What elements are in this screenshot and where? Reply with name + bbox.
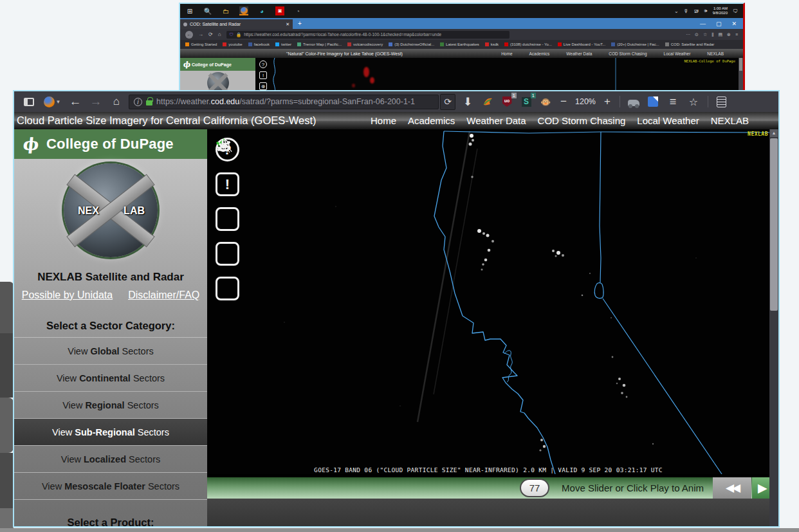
bg-map-toolbar[interactable]: ? ! ⊕ xyxy=(259,60,267,90)
globe-icon[interactable] xyxy=(216,207,239,231)
bookmark-star-icon[interactable]: ☆ xyxy=(703,32,707,37)
extension-icon[interactable]: ⊛ xyxy=(727,32,731,37)
bookmark-item[interactable]: COD: Satellite and Radar xyxy=(665,42,715,46)
alert-icon[interactable]: ! xyxy=(216,172,239,196)
extension-car-icon[interactable] xyxy=(626,94,641,109)
close-icon[interactable]: ✕ xyxy=(731,21,737,27)
forward-icon[interactable]: → xyxy=(198,32,203,37)
menu-icon[interactable]: ≡ xyxy=(665,93,681,110)
bookmark-star-icon[interactable]: ☆ xyxy=(685,93,702,110)
scrollbar-thumb[interactable] xyxy=(770,138,778,311)
nav-weather-data[interactable]: Weather Data xyxy=(566,51,592,56)
sector-localized-button[interactable]: View Localized Sectors xyxy=(14,446,207,473)
search-icon[interactable]: 🔍 xyxy=(203,6,212,15)
bookmark-item[interactable]: (3108) dutchsinse - Yo... xyxy=(504,42,552,46)
satellite-toggle-icon[interactable] xyxy=(216,242,239,266)
sidebar-icon[interactable]: ▤ xyxy=(718,32,722,37)
help-icon[interactable]: ? xyxy=(259,60,267,68)
taskbar-clock[interactable]: 1:00 AM 9/8/2020 xyxy=(713,6,728,15)
nav-weather-data[interactable]: Weather Data xyxy=(466,115,526,126)
app-icon[interactable]: ◔ xyxy=(293,6,302,15)
bookmark-item[interactable]: ksdk xyxy=(485,42,499,46)
pocket-icon[interactable]: ⊙ xyxy=(695,32,699,37)
forward-button[interactable]: → xyxy=(87,93,104,110)
sector-global-button[interactable]: View Global Sectors xyxy=(14,338,207,365)
bookmark-item[interactable]: Getting Started xyxy=(185,42,217,46)
bookmark-item[interactable]: youtube xyxy=(223,42,242,46)
bookmark-item[interactable]: Live Dashboard - YouT... xyxy=(558,42,605,46)
session-restore-button[interactable]: ▼ xyxy=(41,93,63,110)
notification-icon[interactable]: 🗨 xyxy=(733,8,738,14)
nav-home[interactable]: Home xyxy=(501,51,512,56)
alert-icon[interactable]: ! xyxy=(259,71,267,79)
bookmark-item[interactable]: (20+) Dutchsinse | Fac... xyxy=(611,42,659,46)
bg-url-bar[interactable]: 🛡 🔒 https://weather.cod.edu/satrad/?parm… xyxy=(226,31,510,39)
s-extension-icon[interactable]: S1 xyxy=(519,94,534,109)
sector-continental-button[interactable]: View Continental Sectors xyxy=(14,365,207,392)
sector-mesoscale-floater-button[interactable]: View Mesoscale Floater Sectors xyxy=(14,473,207,500)
maximize-icon[interactable]: ▢ xyxy=(716,21,722,27)
dragon-extension-icon[interactable] xyxy=(480,94,495,109)
nav-cod-storm-chasing[interactable]: COD Storm Chasing xyxy=(609,51,647,56)
rewind-button[interactable]: ◀◀ xyxy=(713,477,751,499)
zoom-level[interactable]: 120% xyxy=(574,97,597,106)
url-bar[interactable]: i https://weather.cod.edu/satrad/?parms=… xyxy=(129,95,439,109)
shield-icon[interactable]: 🛡 xyxy=(230,32,234,37)
url-text[interactable]: https://weather.cod.edu/satrad/?parms=su… xyxy=(156,97,415,106)
overflow-icon[interactable]: ⋯ xyxy=(686,32,690,37)
slider-handle[interactable]: 77 xyxy=(520,479,549,497)
bg-satellite-map[interactable]: ? ! ⊕ NEXLAB-College of DuPage xyxy=(255,58,743,92)
link-possible-by-unidata[interactable]: Possible by Unidata xyxy=(22,289,113,301)
animation-slider-bar[interactable]: Move Slider or Click Play to Anim 77 ◀◀ … xyxy=(207,477,769,499)
site-info-icon[interactable]: i xyxy=(134,98,142,106)
play-button[interactable]: ▶ xyxy=(752,477,769,499)
menu-icon[interactable]: ≡ xyxy=(735,32,738,37)
nav-home[interactable]: Home xyxy=(371,115,396,126)
background-browser-window[interactable]: ⊞ 🔍 🗀 ◕ ▣ ◔ ⌄ 🎙 🖳 🕪 1:00 AM 9/8/2020 🗨 xyxy=(179,3,745,92)
bookmark-item[interactable]: twitter xyxy=(275,42,291,46)
scroll-up-icon[interactable]: ▲ xyxy=(770,129,778,137)
file-explorer-icon[interactable]: 🗀 xyxy=(221,6,230,15)
link-disclaimer-faq[interactable]: Disclaimer/FAQ xyxy=(128,289,199,301)
minimize-icon[interactable]: — xyxy=(700,21,706,27)
bookmark-item[interactable]: Latest Earthquakes xyxy=(440,42,479,46)
bookmark-item[interactable]: Tremor Map | Pacific... xyxy=(297,42,342,46)
satellite-map[interactable]: ? ! NEXLAB GOES-17 BAND 06 ("CLOUD xyxy=(207,129,769,474)
edge-icon[interactable]: ◕ xyxy=(257,6,266,15)
downloads-button[interactable]: ⬇ xyxy=(459,93,476,110)
page-scrollbar[interactable]: ▲ xyxy=(769,129,778,526)
windows-taskbar[interactable]: ⊞ 🔍 🗀 ◕ ▣ ◔ ⌄ 🎙 🖳 🕪 1:00 AM 9/8/2020 🗨 xyxy=(180,4,743,18)
reload-button[interactable]: ⟳ xyxy=(440,94,455,110)
new-tab-icon[interactable]: + xyxy=(293,20,302,27)
tab-close-icon[interactable]: ✕ xyxy=(286,22,289,27)
home-icon[interactable]: ⌂ xyxy=(218,32,221,37)
sector-regional-button[interactable]: View Regional Sectors xyxy=(14,392,207,419)
nav-local-weather[interactable]: Local Weather xyxy=(664,51,691,56)
back-button[interactable]: ← xyxy=(67,93,84,110)
nav-academics[interactable]: Academics xyxy=(529,51,550,56)
firefox-taskbar-icon[interactable] xyxy=(239,6,248,15)
nav-cod-storm-chasing[interactable]: COD Storm Chasing xyxy=(538,115,626,126)
display-icon[interactable]: 🖳 xyxy=(694,8,699,14)
notes-extension-icon[interactable] xyxy=(645,94,661,109)
zoom-out-button[interactable]: − xyxy=(557,93,570,110)
bg-browser-tab[interactable]: COD: Satellite and Radar ✕ xyxy=(180,19,293,29)
nav-local-weather[interactable]: Local Weather xyxy=(637,115,699,126)
show-tabs-icon[interactable] xyxy=(21,93,37,110)
volume-icon[interactable]: 🕪 xyxy=(704,8,708,14)
library-icon[interactable]: ⫼ xyxy=(712,32,713,37)
monkey-extension-icon[interactable]: 🐵 xyxy=(538,94,553,109)
back-icon[interactable]: ← xyxy=(185,31,193,39)
nav-nexlab[interactable]: NEXLAB xyxy=(707,51,724,56)
bg-scrollbar[interactable] xyxy=(739,58,743,92)
record-icon[interactable]: ▣ xyxy=(275,6,284,15)
windows-start-icon[interactable]: ⊞ xyxy=(185,6,194,15)
mic-icon[interactable]: 🎙 xyxy=(684,8,689,14)
bookmark-item[interactable]: (3) DutchsinseOfficial... xyxy=(389,42,434,46)
bookmark-item[interactable]: facebook xyxy=(248,42,270,46)
download-icon[interactable] xyxy=(216,277,239,300)
clipboard-icon[interactable] xyxy=(714,94,730,109)
tray-chevron-icon[interactable]: ⌄ xyxy=(674,8,679,14)
globe-icon[interactable]: ⊕ xyxy=(259,82,267,90)
reload-icon[interactable]: ⟳ xyxy=(208,32,213,37)
